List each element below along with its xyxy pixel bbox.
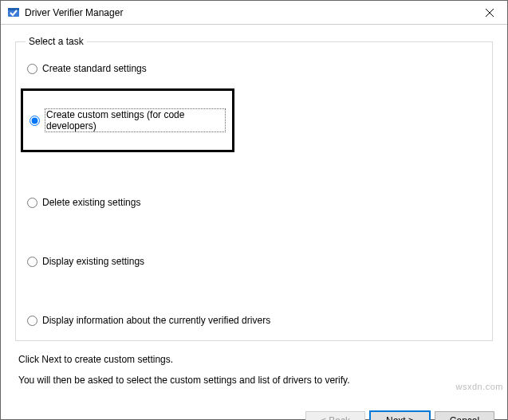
- window-frame: Driver Verifier Manager Select a task Cr…: [0, 0, 508, 420]
- radio-delete-existing-label[interactable]: Delete existing settings: [42, 197, 140, 208]
- task-groupbox-legend: Select a task: [26, 36, 87, 47]
- radio-display-info-input[interactable]: [27, 316, 37, 326]
- task-groupbox: Select a task Create standard settings C…: [15, 36, 493, 341]
- window-title: Driver Verifier Manager: [25, 7, 471, 18]
- cancel-button[interactable]: Cancel: [435, 411, 494, 420]
- titlebar: Driver Verifier Manager: [1, 1, 507, 25]
- radio-create-custom[interactable]: Create custom settings (for code develop…: [28, 107, 227, 134]
- radio-create-custom-label[interactable]: Create custom settings (for code develop…: [45, 108, 226, 132]
- app-icon: [7, 6, 20, 19]
- radio-create-standard-label[interactable]: Create standard settings: [42, 63, 147, 74]
- radio-create-custom-input[interactable]: [30, 116, 40, 126]
- info-line-2: You will then be asked to select the cus…: [18, 375, 490, 386]
- info-line-1: Click Next to create custom settings.: [18, 354, 490, 365]
- close-button[interactable]: [471, 1, 507, 25]
- radio-delete-existing[interactable]: Delete existing settings: [26, 194, 482, 211]
- radio-display-existing[interactable]: Display existing settings: [26, 253, 482, 270]
- client-area: Select a task Create standard settings C…: [1, 25, 507, 405]
- close-icon: [486, 9, 494, 17]
- radio-delete-existing-input[interactable]: [27, 198, 37, 208]
- radio-create-standard[interactable]: Create standard settings: [26, 60, 482, 77]
- radio-display-existing-label[interactable]: Display existing settings: [42, 256, 144, 267]
- info-text-area: Click Next to create custom settings. Yo…: [15, 341, 493, 398]
- svg-rect-1: [8, 8, 19, 10]
- back-button: < Back: [305, 411, 365, 420]
- radio-display-info[interactable]: Display information about the currently …: [26, 312, 482, 329]
- radio-display-info-label[interactable]: Display information about the currently …: [42, 315, 270, 326]
- highlight-annotation: Create custom settings (for code develop…: [21, 88, 234, 152]
- next-button[interactable]: Next >: [370, 411, 430, 420]
- radio-display-existing-input[interactable]: [27, 257, 37, 267]
- wizard-button-bar: < Back Next > Cancel: [1, 405, 507, 420]
- radio-create-standard-input[interactable]: [27, 64, 37, 74]
